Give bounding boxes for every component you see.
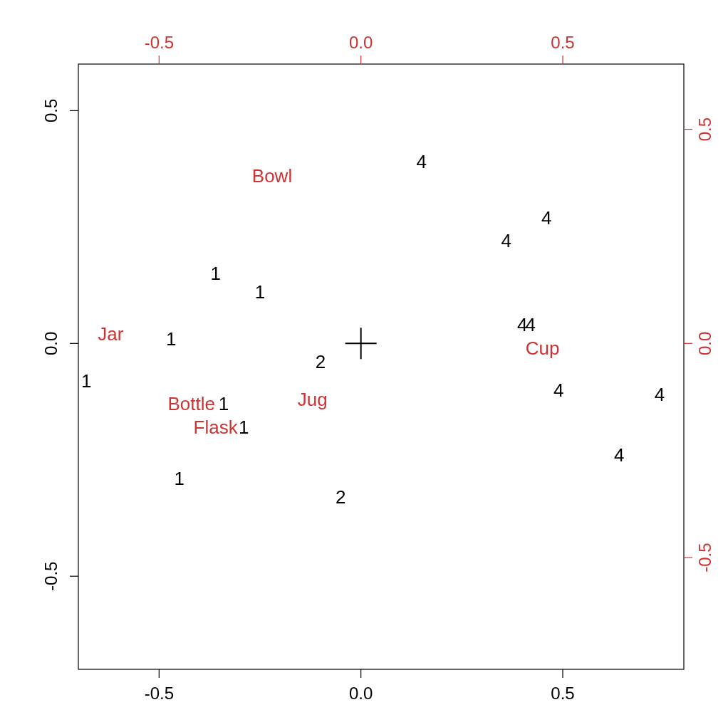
top-tick-label: 0.0 xyxy=(349,33,373,52)
variable-label: Cup xyxy=(526,338,560,359)
plot-box xyxy=(78,64,684,669)
observation-point: 1 xyxy=(81,370,91,392)
observation-point: 4 xyxy=(541,207,551,229)
variable-label: Bottle xyxy=(167,393,215,414)
observation-point: 4 xyxy=(501,230,511,251)
right-tick-label: 0.5 xyxy=(695,117,714,141)
left-tick-label: 0.0 xyxy=(41,332,61,355)
observation-point: 1 xyxy=(174,468,184,489)
observation-point: 4 xyxy=(614,444,624,466)
observation-point: 1 xyxy=(239,417,249,438)
right-tick-label: 0.0 xyxy=(695,332,714,355)
variable-label: Bowl xyxy=(252,165,292,187)
chart-container: { "chart_data": { "type": "scatter", "ti… xyxy=(0,0,728,727)
observation-point: 4 xyxy=(525,314,535,335)
observation-point: 1 xyxy=(255,281,265,303)
observation-point: 1 xyxy=(166,328,176,350)
left-tick-label: -0.5 xyxy=(41,562,61,591)
left-tick-label: 0.5 xyxy=(41,99,61,122)
bottom-tick-label: 0.0 xyxy=(349,684,373,703)
variable-label: Jar xyxy=(98,323,123,345)
top-tick-label: 0.5 xyxy=(551,33,574,52)
bottom-tick-label: -0.5 xyxy=(145,684,174,703)
observation-point: 4 xyxy=(655,384,665,405)
top-tick-label: -0.5 xyxy=(145,33,174,52)
observation-point: 1 xyxy=(210,263,220,284)
variable-label: Jug xyxy=(298,389,328,410)
observation-point: 2 xyxy=(316,351,326,372)
observation-point: 1 xyxy=(219,393,229,414)
right-tick-label: -0.5 xyxy=(695,543,714,572)
observation-point: 4 xyxy=(416,151,426,172)
observation-point: 4 xyxy=(553,380,563,401)
variable-label: Flask xyxy=(194,417,239,438)
bottom-tick-label: 0.5 xyxy=(551,684,574,703)
biplot-chart: -0.50.00.5-0.50.00.5-0.50.00.5-0.50.00.5… xyxy=(0,0,728,727)
observation-point: 2 xyxy=(336,486,345,508)
